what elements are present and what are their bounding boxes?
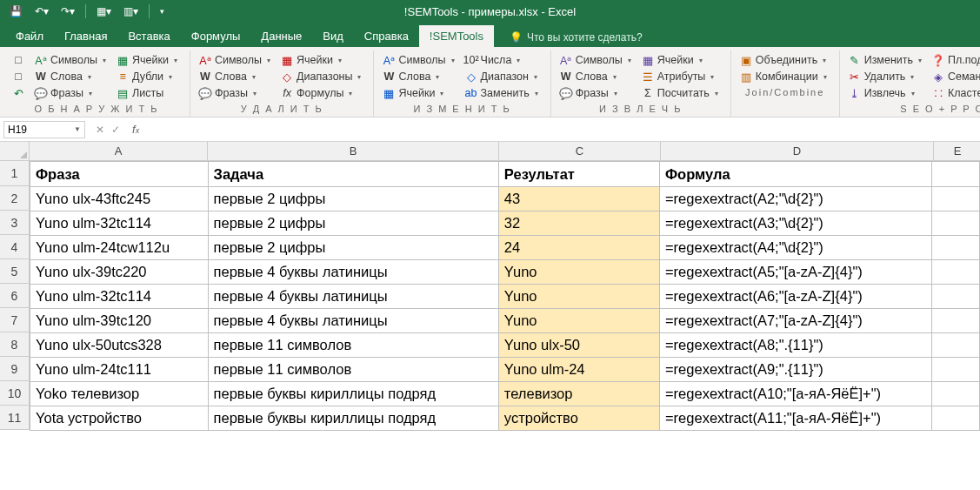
cell-A6[interactable]: Yuno ulm-32tc114 bbox=[30, 285, 209, 309]
cell-A10[interactable]: Yoko телевизор bbox=[30, 382, 209, 406]
ribbon-btn-фразы[interactable]: 💬Фразы▾ bbox=[196, 85, 274, 101]
row-header-9[interactable]: 9 bbox=[0, 357, 30, 381]
cancel-icon[interactable]: ✕ bbox=[96, 124, 104, 136]
ribbon-btn-слова[interactable]: WСлова▾ bbox=[379, 69, 457, 84]
cell-B3[interactable]: первые 2 цифры bbox=[208, 211, 498, 236]
cell-C8[interactable]: Yuno ulx-50 bbox=[498, 333, 659, 358]
menu-справка[interactable]: Справка bbox=[354, 25, 419, 47]
cell-A7[interactable]: Yuno ulm-39tc120 bbox=[30, 309, 209, 333]
menu-вставка[interactable]: Вставка bbox=[117, 25, 180, 47]
cell-E11[interactable] bbox=[932, 406, 980, 431]
cell-A4[interactable]: Yuno ulm-24tcw112u bbox=[30, 236, 209, 260]
ribbon-btn-символы[interactable]: AᵃСимволы▾ bbox=[379, 52, 457, 68]
cell-A8[interactable]: Yuno ulx-50utcs328 bbox=[30, 333, 209, 358]
cell-D7[interactable]: =regexextract(A7;"[a-zA-Z]{4}") bbox=[659, 309, 931, 333]
undo-icon[interactable]: ↶▾ bbox=[30, 3, 53, 19]
cell-A5[interactable]: Yuno ulx-39tc220 bbox=[30, 260, 209, 285]
cell-B10[interactable]: первые буквы кириллицы подряд bbox=[208, 382, 498, 406]
cell-D5[interactable]: =regexextract(A5;"[a-zA-Z]{4}") bbox=[659, 260, 931, 285]
redo-icon[interactable]: ↷▾ bbox=[57, 3, 79, 19]
menu-формулы[interactable]: Формулы bbox=[181, 25, 251, 47]
cell-D8[interactable]: =regexextract(A8;".{11}") bbox=[659, 333, 931, 358]
ribbon-btn-ячейки[interactable]: ▦Ячейки▾ bbox=[638, 52, 722, 68]
accept-icon[interactable]: ✓ bbox=[111, 124, 120, 136]
cell-E1[interactable] bbox=[932, 162, 980, 187]
menu-файл[interactable]: Файл bbox=[5, 25, 54, 47]
ribbon-btn-□[interactable]: □ bbox=[9, 52, 28, 68]
ribbon-btn-заменить[interactable]: abЗаменить▾ bbox=[462, 85, 542, 101]
cell-B7[interactable]: первые 4 буквы латиницы bbox=[208, 309, 498, 333]
col-header-B[interactable]: B bbox=[208, 142, 499, 161]
qat-customize-icon[interactable]: ▾ bbox=[156, 5, 169, 17]
cell-A11[interactable]: Yota устройство bbox=[30, 406, 209, 431]
ribbon-btn-семант.анализ[interactable]: ◈Семант.анализ▾ bbox=[929, 69, 980, 84]
ribbon-btn-символы[interactable]: AᵃСимволы▾ bbox=[557, 52, 635, 68]
ribbon-btn-числа[interactable]: 10²Числа▾ bbox=[462, 52, 542, 68]
cell-C11[interactable]: устройство bbox=[498, 406, 659, 431]
cell-D11[interactable]: =regexextract(A11;"[а-яА-ЯёЁ]+") bbox=[659, 406, 931, 431]
ribbon-btn-ячейки[interactable]: ▦Ячейки▾ bbox=[113, 52, 181, 68]
cell-C3[interactable]: 32 bbox=[498, 211, 659, 236]
fx-icon[interactable]: fx bbox=[127, 123, 144, 136]
col-header-A[interactable]: A bbox=[30, 142, 208, 161]
row-header-4[interactable]: 4 bbox=[0, 235, 30, 259]
row-header-10[interactable]: 10 bbox=[0, 381, 30, 406]
cell-B4[interactable]: первые 2 цифры bbox=[208, 236, 498, 260]
cell-B5[interactable]: первые 4 буквы латиницы bbox=[208, 260, 498, 285]
ribbon-btn-кластеризация[interactable]: ⸬Кластеризация bbox=[929, 85, 980, 101]
cell-D4[interactable]: =regexextract(A4;"\d{2}") bbox=[659, 236, 931, 260]
ribbon-btn-объединить[interactable]: ▣Объединить▾ bbox=[737, 52, 830, 68]
ribbon-btn-символы[interactable]: AᵃСимволы▾ bbox=[196, 52, 274, 68]
cell-D3[interactable]: =regexextract(A3;"\d{2}") bbox=[659, 211, 931, 236]
cell-A9[interactable]: Yuno ulm-24tc111 bbox=[30, 358, 209, 382]
row-header-1[interactable]: 1 bbox=[0, 161, 30, 186]
cell-E2[interactable] bbox=[932, 187, 980, 211]
ribbon-btn-листы[interactable]: ▤Листы bbox=[113, 85, 181, 101]
row-header-8[interactable]: 8 bbox=[0, 332, 30, 357]
save-icon[interactable]: 💾 bbox=[5, 3, 27, 19]
cell-B8[interactable]: первые 11 символов bbox=[208, 333, 498, 358]
cell-D10[interactable]: =regexextract(A10;"[а-яА-ЯёЁ]+") bbox=[659, 382, 931, 406]
cell-C2[interactable]: 43 bbox=[498, 187, 659, 211]
menu-главная[interactable]: Главная bbox=[54, 25, 117, 47]
ribbon-btn-ячейки[interactable]: ▦Ячейки▾ bbox=[277, 52, 364, 68]
ribbon-btn-посчитать[interactable]: ΣПосчитать▾ bbox=[638, 85, 722, 101]
cell-A1[interactable]: Фраза bbox=[30, 162, 209, 187]
cell-D1[interactable]: Формула bbox=[659, 162, 931, 187]
menu-вид[interactable]: Вид bbox=[312, 25, 354, 47]
cell-D2[interactable]: =regexextract(A2;"\d{2}") bbox=[659, 187, 931, 211]
menu-данные[interactable]: Данные bbox=[250, 25, 312, 47]
cell-B1[interactable]: Задача bbox=[208, 162, 498, 187]
cell-E5[interactable] bbox=[932, 260, 980, 285]
cell-A3[interactable]: Yuno ulm-32tc114 bbox=[30, 211, 209, 236]
cell-B6[interactable]: первые 4 буквы латиницы bbox=[208, 285, 498, 309]
ribbon-btn-фразы[interactable]: 💬Фразы▾ bbox=[557, 85, 635, 101]
cell-E3[interactable] bbox=[932, 211, 980, 236]
ribbon-btn-атрибуты[interactable]: ☰Атрибуты▾ bbox=[638, 69, 722, 84]
ribbon-btn-изменить[interactable]: ✎Изменить▾ bbox=[845, 52, 925, 68]
cell-C7[interactable]: Yuno bbox=[498, 309, 659, 333]
col-header-D[interactable]: D bbox=[661, 142, 934, 161]
tell-me-search[interactable]: 💡Что вы хотите сделать? bbox=[504, 28, 648, 47]
ribbon-btn-слова[interactable]: WСлова▾ bbox=[196, 69, 274, 84]
ribbon-btn-символы[interactable]: AᵃСимволы▾ bbox=[31, 52, 110, 68]
row-header-7[interactable]: 7 bbox=[0, 308, 30, 332]
ribbon-btn-формулы[interactable]: fxФормулы▾ bbox=[277, 85, 364, 101]
ribbon-btn-слова[interactable]: WСлова▾ bbox=[557, 69, 635, 84]
ribbon-btn-дубли[interactable]: ≡Дубли▾ bbox=[113, 69, 181, 84]
row-header-3[interactable]: 3 bbox=[0, 211, 30, 235]
name-box[interactable]: H19 ▼ bbox=[3, 121, 85, 138]
row-header-11[interactable]: 11 bbox=[0, 406, 30, 430]
cell-E9[interactable] bbox=[932, 358, 980, 382]
qat-addon-1-icon[interactable]: ▦▾ bbox=[92, 3, 116, 19]
row-header-6[interactable]: 6 bbox=[0, 284, 30, 308]
ribbon-btn-диапазон[interactable]: ◇Диапазон▾ bbox=[462, 69, 542, 84]
ribbon-btn-□[interactable]: □ bbox=[9, 69, 28, 84]
cell-E10[interactable] bbox=[932, 382, 980, 406]
cell-C1[interactable]: Результат bbox=[498, 162, 659, 187]
cell-C9[interactable]: Yuno ulm-24 bbox=[498, 358, 659, 382]
menu-!semtools[interactable]: !SEMTools bbox=[419, 25, 494, 47]
ribbon-btn-слова[interactable]: WСлова▾ bbox=[31, 69, 110, 84]
ribbon-btn-диапазоны[interactable]: ◇Диапазоны▾ bbox=[277, 69, 364, 84]
cell-B2[interactable]: первые 2 цифры bbox=[208, 187, 498, 211]
